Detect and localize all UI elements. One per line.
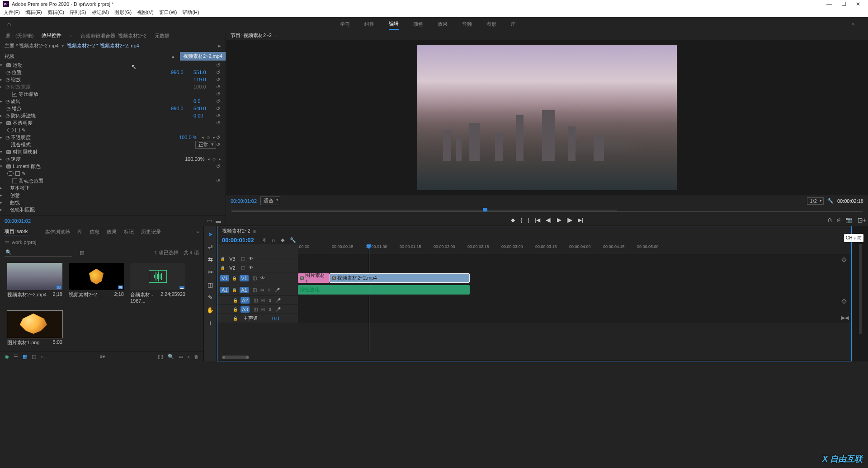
speed-value[interactable]: 100.00% (185, 156, 208, 162)
selection-tool[interactable]: ➤ (206, 229, 215, 239)
lumetri-basic[interactable]: 基本校正 (10, 185, 222, 192)
mute-button[interactable]: M (260, 288, 265, 292)
delete-icon[interactable]: 🗑 (194, 354, 199, 360)
goto-out-icon[interactable]: ▶| (578, 217, 583, 223)
stopwatch-icon[interactable]: ◔ (5, 135, 11, 140)
menu-sequence[interactable]: 序列(S) (70, 9, 86, 16)
menu-graphics[interactable]: 图形(G) (114, 9, 132, 16)
program-tab-label[interactable]: 节目: 视频素材2~2 (231, 32, 272, 39)
fx-time-remap[interactable]: 时间重映射 (13, 149, 222, 155)
tab-menu-icon[interactable]: ≡ (70, 33, 72, 38)
extract-icon[interactable]: ⎘ (837, 217, 840, 223)
tab-menu-icon[interactable]: ≡ (253, 229, 256, 234)
opacity-value[interactable]: 100.0 % (179, 135, 202, 140)
lock-icon[interactable]: 🔒 (232, 276, 237, 281)
lumetri-creative[interactable]: 创意 (10, 192, 222, 199)
reset-icon[interactable]: ↺ (216, 178, 220, 184)
type-tool[interactable]: T (206, 318, 215, 327)
lock-icon[interactable]: 🔒 (232, 288, 237, 292)
track-a2[interactable]: A2 (241, 297, 250, 304)
playhead[interactable] (369, 244, 369, 353)
reset-icon[interactable]: ↺ (216, 135, 220, 140)
mask-ellipse-icon[interactable] (7, 128, 14, 132)
mask-rect-icon[interactable] (15, 171, 20, 176)
freeform-view-icon[interactable]: ◫ (32, 354, 36, 360)
eye-icon[interactable]: 👁 (249, 256, 253, 261)
marker-icon[interactable]: ◆ (281, 237, 284, 243)
lockable-icon[interactable]: ◉ (5, 354, 9, 360)
keyframe-nav[interactable]: ◂ ◇ ▸ (202, 135, 216, 140)
mask-ellipse-icon[interactable] (7, 171, 14, 176)
button-editor-icon[interactable]: + (863, 216, 866, 224)
tab-effect-controls[interactable]: 效果控件 (42, 32, 61, 39)
tab-libraries[interactable]: 库 (77, 229, 82, 235)
workspace-effects[interactable]: 效果 (438, 19, 448, 29)
minimize-button[interactable]: — (822, 1, 836, 7)
reset-icon[interactable]: ↺ (216, 91, 220, 97)
sort-icon[interactable]: ≡▾ (100, 354, 105, 360)
workspace-editing[interactable]: 编辑 (389, 19, 399, 30)
sync-lock-icon[interactable]: ◫ (251, 276, 258, 281)
reset-icon[interactable]: ↺ (216, 142, 220, 148)
master-value[interactable]: 0.0 (272, 316, 279, 321)
sequence-tab-label[interactable]: 视频素材2~2 (222, 228, 250, 234)
step-forward-icon[interactable]: |▶ (567, 217, 572, 223)
workspace-assembly[interactable]: 组件 (364, 19, 374, 29)
stopwatch-icon[interactable]: ◔ (5, 77, 11, 83)
reset-icon[interactable]: ↺ (216, 113, 220, 119)
lock-icon[interactable]: 🔒 (220, 257, 225, 261)
goto-in-icon[interactable]: |◀ (535, 217, 540, 223)
settings-icon[interactable]: 🔧 (827, 198, 834, 204)
tab-markers[interactable]: 标记 (124, 229, 134, 235)
menu-file[interactable]: 文件(F) (4, 9, 20, 16)
new-item-icon[interactable]: ▫ (188, 354, 189, 360)
track-v1[interactable]: V1 (240, 275, 249, 281)
track-select-tool[interactable]: ⇄ (206, 242, 215, 251)
tab-audio-mixer[interactable]: 音频剪辑混合器: 视频素材2~2 (80, 33, 146, 39)
ripple-edit-tool[interactable]: ⇆ (206, 255, 215, 264)
icon-view-icon[interactable]: ▦ (23, 354, 27, 360)
menu-window[interactable]: 窗口(W) (159, 9, 177, 16)
lock-icon[interactable]: 🔒 (233, 298, 238, 303)
snap-icon[interactable]: ※ (262, 237, 266, 243)
blend-mode-select[interactable]: 正常 (195, 141, 216, 149)
tab-source[interactable]: 源：(无剪辑) (5, 33, 33, 39)
mask-pen-icon[interactable]: ✎ (22, 127, 26, 133)
workspace-audio[interactable]: 音频 (462, 19, 472, 29)
stopwatch-icon[interactable]: ◔ (5, 98, 11, 104)
anchor-y[interactable]: 540.0 (193, 106, 216, 111)
tab-info[interactable]: 信息 (90, 229, 99, 235)
project-item[interactable]: ▤ 视频素材2~22;18 (69, 263, 124, 304)
clip-audio[interactable]: 增密波化 (298, 285, 470, 295)
anchor-x[interactable]: 960.0 (171, 106, 193, 111)
stopwatch-icon[interactable]: ◔ (5, 156, 11, 162)
pen-tool[interactable]: ✎ (206, 293, 215, 302)
reset-icon[interactable]: ↺ (216, 77, 220, 83)
solo-button[interactable]: S (269, 307, 273, 312)
voice-icon[interactable]: 🎤 (275, 288, 279, 292)
tab-menu-icon[interactable]: ≡ (274, 33, 277, 38)
project-item[interactable]: 图片素材1.png5:00 (7, 311, 62, 347)
slip-tool[interactable]: ◫ (206, 280, 215, 289)
menu-marker[interactable]: 标记(M) (92, 9, 109, 16)
sync-lock-icon[interactable]: ◫ (252, 298, 259, 303)
timeline-zoom-scroll[interactable] (217, 354, 851, 361)
home-button[interactable]: ⌂ (0, 20, 18, 28)
lift-icon[interactable]: ⎙ (828, 217, 831, 223)
chevron-down-icon[interactable]: ▾ (61, 43, 64, 49)
sync-lock-icon[interactable]: ◫ (251, 287, 258, 292)
program-scrub-bar[interactable] (226, 207, 868, 214)
hand-tool[interactable]: ✋ (206, 305, 215, 314)
tab-history[interactable]: 历史记录 (141, 229, 161, 235)
menu-view[interactable]: 视图(V) (137, 9, 154, 16)
eye-icon[interactable]: 👁 (249, 265, 253, 270)
voice-icon[interactable]: 🎤 (276, 307, 280, 312)
tab-menu-icon[interactable]: ≡ (35, 229, 38, 234)
export-frame-icon[interactable]: 📷 (845, 217, 852, 223)
sync-lock-icon[interactable]: ◫ (240, 265, 246, 270)
voice-icon[interactable]: 🎤 (276, 298, 280, 303)
dock-icon[interactable]: ▭ (207, 218, 212, 224)
master-track[interactable]: 主声道 (241, 315, 260, 322)
maximize-button[interactable]: ☐ (836, 1, 851, 7)
stopwatch-icon[interactable]: ◔ (5, 106, 12, 112)
